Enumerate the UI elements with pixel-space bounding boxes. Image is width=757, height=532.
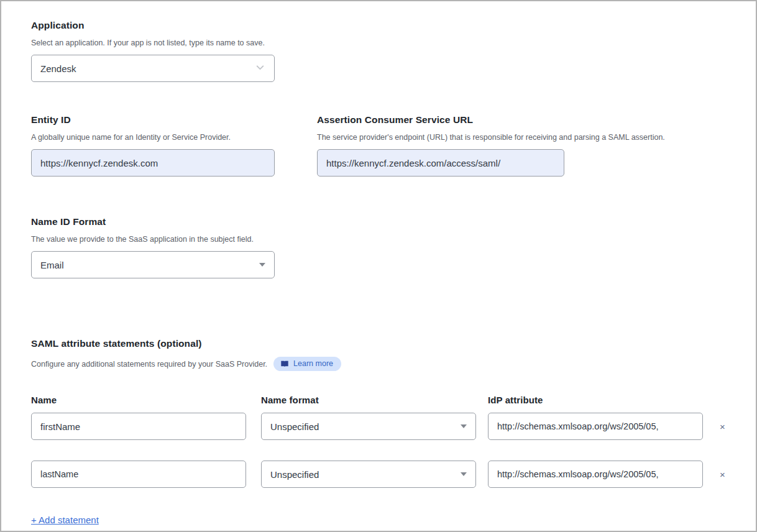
statement-row: Unspecified × — [31, 413, 726, 440]
acs-url-input[interactable] — [317, 149, 564, 177]
statement-name-format-value: Unspecified — [270, 421, 319, 432]
saml-attributes-section: SAML attribute statements (optional) Con… — [31, 338, 726, 526]
entity-id-helper: A globally unique name for an Identity o… — [31, 133, 275, 142]
statement-row: Unspecified × — [31, 461, 726, 488]
acs-url-section: Assertion Consumer Service URL The servi… — [317, 114, 702, 177]
statement-name-format-value: Unspecified — [270, 469, 319, 480]
statement-name-input[interactable] — [31, 461, 246, 488]
remove-statement-button[interactable]: × — [720, 422, 725, 431]
saml-app-config-panel: Application Select an application. If yo… — [0, 0, 757, 532]
name-id-format-section: Name ID Format The value we provide to t… — [31, 216, 726, 278]
statement-name-format-select[interactable]: Unspecified — [261, 413, 476, 440]
book-icon — [280, 360, 289, 368]
acs-url-label: Assertion Consumer Service URL — [317, 114, 702, 126]
application-helper: Select an application. If your app is no… — [31, 39, 726, 47]
application-label: Application — [31, 20, 726, 31]
caret-down-icon — [259, 263, 265, 267]
saml-attributes-label: SAML attribute statements (optional) — [31, 338, 726, 349]
chevron-down-icon — [255, 62, 265, 75]
learn-more-button[interactable]: Learn more — [273, 357, 341, 371]
application-value: Zendesk — [40, 63, 76, 74]
saml-attributes-helper-row: Configure any additional statements requ… — [31, 357, 726, 371]
saml-attributes-helper: Configure any additional statements requ… — [31, 360, 267, 369]
add-statement-link[interactable]: + Add statement — [31, 515, 99, 525]
acs-url-helper: The service provider's endpoint (URL) th… — [317, 133, 702, 142]
entity-acs-row: Entity ID A globally unique name for an … — [31, 114, 726, 177]
entity-id-label: Entity ID — [31, 114, 275, 126]
statements-header: Name Name format IdP attribute — [31, 395, 726, 405]
name-id-format-select[interactable]: Email — [31, 251, 275, 278]
statement-name-format-select[interactable]: Unspecified — [261, 461, 476, 488]
name-id-format-label: Name ID Format — [31, 216, 726, 227]
column-name-format: Name format — [261, 395, 476, 405]
caret-down-icon — [461, 424, 467, 428]
entity-id-section: Entity ID A globally unique name for an … — [31, 114, 275, 177]
caret-down-icon — [461, 472, 467, 476]
name-id-format-helper: The value we provide to the SaaS applica… — [31, 235, 726, 244]
application-section: Application Select an application. If yo… — [31, 20, 726, 82]
entity-id-input[interactable] — [31, 149, 275, 177]
statement-idp-attribute-input[interactable] — [488, 413, 703, 440]
learn-more-label: Learn more — [293, 359, 333, 368]
column-name: Name — [31, 395, 246, 405]
statement-name-input[interactable] — [31, 413, 246, 440]
column-idp-attribute: IdP attribute — [488, 395, 703, 405]
name-id-format-value: Email — [40, 260, 64, 270]
statement-idp-attribute-input[interactable] — [488, 461, 703, 488]
application-combobox[interactable]: Zendesk — [31, 55, 275, 82]
remove-statement-button[interactable]: × — [720, 470, 725, 479]
